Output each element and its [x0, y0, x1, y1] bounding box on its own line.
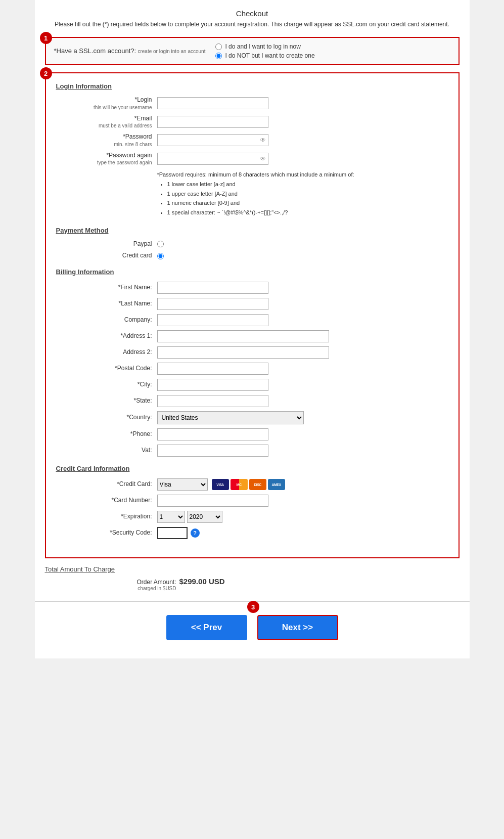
option1-row[interactable]: I do and I want to log in now — [215, 43, 314, 50]
password-eye-icon[interactable]: 👁 — [260, 137, 266, 144]
total-amount: $299.00 USD — [179, 577, 225, 586]
pwd-requirements: *Password requires: minimum of 8 charact… — [157, 170, 448, 217]
cc-type-label: *Credit Card: — [56, 480, 157, 489]
address2-input[interactable] — [157, 346, 329, 359]
security-input[interactable] — [157, 527, 188, 539]
password-wrap: 👁 — [157, 134, 268, 146]
security-help-icon[interactable]: ? — [191, 528, 200, 538]
paypal-label: Paypal — [56, 240, 157, 248]
phone-label: *Phone: — [56, 430, 157, 438]
prev-button[interactable]: << Prev — [166, 615, 247, 640]
city-input[interactable] — [157, 379, 268, 391]
password-again-wrap: 👁 — [157, 153, 268, 165]
paypal-radio[interactable] — [157, 241, 164, 247]
password-row: *Password min. size 8 chars 👁 — [56, 133, 448, 148]
cc-section: Credit Card Information *Credit Card: Vi… — [56, 465, 448, 539]
option2-radio[interactable] — [215, 53, 222, 59]
phone-row: *Phone: — [56, 428, 448, 440]
visa-icon: VISA — [212, 479, 229, 490]
option1-label: I do and I want to log in now — [225, 43, 300, 50]
login-section-header: Login Information — [56, 82, 448, 90]
firstname-input[interactable] — [157, 282, 268, 294]
page-title: Checkout — [35, 5, 470, 20]
step2-badge: 2 — [40, 67, 52, 79]
credit-label: Credit card — [56, 252, 157, 260]
city-row: *City: — [56, 379, 448, 391]
lastname-row: *Last Name: — [56, 298, 448, 310]
password-again-label: *Password again type the password again — [56, 152, 157, 166]
country-row: *Country: United States — [56, 411, 448, 424]
lastname-input[interactable] — [157, 298, 268, 310]
email-label: *Email must be a valid address — [56, 115, 157, 129]
card-number-label: *Card Number: — [56, 497, 157, 505]
expiration-label: *Expiration: — [56, 513, 157, 521]
country-select[interactable]: United States — [157, 411, 304, 424]
pwd-req-item: 1 lower case letter [a-z] and — [167, 180, 448, 189]
option2-label: I do NOT but I want to create one — [225, 52, 314, 59]
firstname-row: *First Name: — [56, 282, 448, 294]
option2-row[interactable]: I do NOT but I want to create one — [215, 52, 314, 59]
exp-year-select[interactable]: 202020212022202320242025 — [187, 511, 222, 523]
lastname-label: *Last Name: — [56, 300, 157, 308]
postal-row: *Postal Code: — [56, 363, 448, 375]
step3-badge: 3 — [247, 601, 259, 613]
address1-input[interactable] — [157, 330, 329, 342]
amex-icon: AMEX — [268, 479, 285, 490]
company-row: Company: — [56, 314, 448, 326]
step1-box: 1 *Have a SSL.com account?: create or lo… — [45, 37, 460, 65]
credit-radio[interactable] — [157, 253, 164, 259]
password-again-row: *Password again type the password again … — [56, 152, 448, 166]
cc-type-row: *Credit Card: Visa Mastercard Discover A… — [56, 478, 448, 491]
cc-section-header: Credit Card Information — [56, 465, 448, 472]
address2-row: Address 2: — [56, 346, 448, 359]
state-label: *State: — [56, 397, 157, 405]
email-row: *Email must be a valid address — [56, 115, 448, 129]
billing-section-header: Billing Information — [56, 268, 448, 276]
step1-sub-label: create or login into an account — [138, 49, 205, 54]
vat-input[interactable] — [157, 445, 268, 457]
payment-section-header: Payment Method — [56, 227, 448, 234]
phone-input[interactable] — [157, 428, 268, 440]
password-input[interactable] — [157, 134, 268, 146]
paypal-row: Paypal — [56, 240, 448, 248]
company-input[interactable] — [157, 314, 268, 326]
postal-input[interactable] — [157, 363, 268, 375]
city-label: *City: — [56, 381, 157, 389]
card-number-input[interactable] — [157, 495, 268, 507]
total-header: Total Amount To Charge — [45, 565, 460, 573]
exp-month-select[interactable]: 123456789101112 — [157, 511, 185, 523]
expiration-row: *Expiration: 123456789101112 20202021202… — [56, 511, 448, 523]
cc-icons: VISA MC DISC AMEX — [212, 479, 285, 490]
mastercard-icon: MC — [231, 479, 248, 490]
billing-section: Billing Information *First Name: *Last N… — [56, 268, 448, 457]
total-section: Total Amount To Charge Order Amount: cha… — [45, 565, 460, 591]
cc-type-select[interactable]: Visa Mastercard Discover Amex — [157, 478, 208, 491]
pwd-req-item: 1 numeric character [0-9] and — [167, 198, 448, 208]
firstname-label: *First Name: — [56, 284, 157, 292]
email-input[interactable] — [157, 116, 268, 128]
address2-label: Address 2: — [56, 348, 157, 357]
state-row: *State: — [56, 395, 448, 407]
step1-main-label: *Have a SSL.com account?: — [54, 47, 136, 55]
vat-row: Vat: — [56, 445, 448, 457]
login-label: *Login this will be your username — [56, 96, 157, 111]
total-label: Order Amount: charged in $USD — [116, 579, 176, 591]
bottom-nav: 3 << Prev Next >> — [35, 607, 470, 648]
step1-badge: 1 — [40, 32, 52, 44]
login-section: Login Information *Login this will be yo… — [56, 82, 448, 217]
password-again-input[interactable] — [157, 153, 268, 165]
credit-row: Credit card — [56, 252, 448, 260]
login-input[interactable] — [157, 97, 268, 109]
security-label: *Security Code: — [56, 529, 157, 537]
next-button[interactable]: Next >> — [257, 615, 338, 640]
address1-row: *Address 1: — [56, 330, 448, 342]
pwd-req-item: 1 special character: ~ `!@#\$%^&*()-+=[]… — [167, 208, 448, 217]
state-input[interactable] — [157, 395, 268, 407]
main-form-box: 2 Login Information *Login this will be … — [45, 72, 460, 558]
pwd-req-item: 1 upper case letter [A-Z] and — [167, 189, 448, 199]
password-again-eye-icon[interactable]: 👁 — [260, 155, 266, 162]
page-subtitle: Please fill out the (*) required fields … — [35, 20, 470, 29]
security-wrap: ? — [157, 527, 200, 539]
option1-radio[interactable] — [215, 43, 222, 50]
address1-label: *Address 1: — [56, 332, 157, 340]
